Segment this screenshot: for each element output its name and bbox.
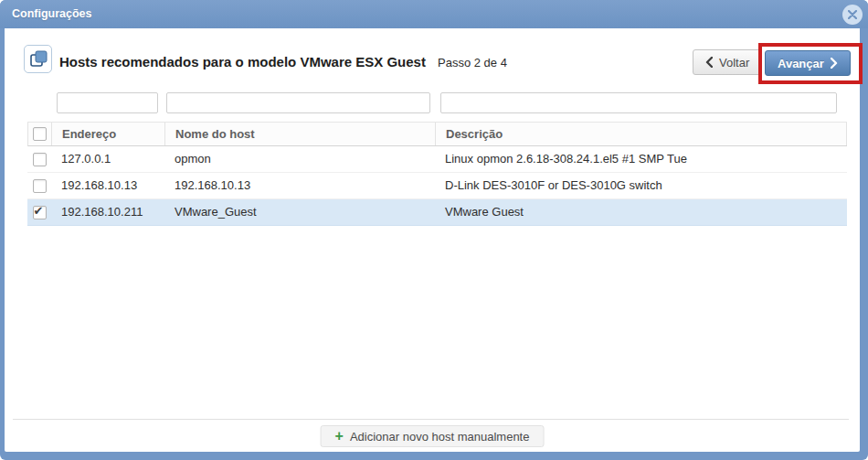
row-checkbox[interactable]	[33, 179, 47, 193]
back-button[interactable]: Voltar	[693, 49, 762, 75]
cell-endereco: 127.0.0.1	[51, 146, 164, 172]
filter-descricao-input[interactable]	[440, 92, 837, 113]
cell-nome-do-host: 192.168.10.13	[164, 173, 435, 198]
page-title: Hosts recomendados para o modelo VMware …	[59, 54, 426, 70]
row-checkbox-cell: ✔	[27, 199, 51, 225]
hosts-table: Endereço Nome do host Descrição 127.0.0.…	[27, 122, 847, 226]
stacked-pages-icon	[25, 46, 51, 72]
filter-nome-input[interactable]	[166, 92, 430, 113]
cell-descricao: Linux opmon 2.6.18-308.24.1.el5 #1 SMP T…	[435, 146, 847, 172]
chevron-right-icon	[831, 58, 838, 69]
column-header-descricao[interactable]: Descrição	[436, 123, 847, 145]
dialog-content: Hosts recomendados para o modelo VMware …	[5, 28, 860, 452]
add-host-label: Adicionar novo host manualmente	[350, 430, 530, 444]
dialog-title: Configurações	[12, 7, 92, 20]
cell-nome-do-host: opmon	[164, 146, 435, 172]
step-indicator: Passo 2 de 4	[438, 56, 507, 70]
cell-descricao: VMware Guest	[435, 199, 847, 225]
row-checkbox-checked[interactable]: ✔	[33, 206, 47, 219]
add-host-button[interactable]: + Adicionar novo host manualmente	[321, 425, 545, 447]
plus-icon: +	[335, 429, 344, 444]
row-checkbox-cell	[27, 146, 51, 172]
chevron-left-icon	[705, 57, 713, 68]
table-header-row: Endereço Nome do host Descrição	[27, 122, 847, 146]
column-header-endereco[interactable]: Endereço	[52, 123, 165, 145]
close-button[interactable]	[842, 5, 863, 25]
check-icon: ✔	[34, 204, 44, 218]
cell-endereco: 192.168.10.13	[51, 173, 164, 198]
settings-dialog: Configurações Hosts recomendados para o …	[0, 0, 868, 460]
hosts-wizard-icon	[24, 45, 52, 73]
next-button[interactable]: Avançar	[765, 50, 851, 76]
row-checkbox[interactable]	[33, 153, 47, 166]
column-header-nome-do-host[interactable]: Nome do host	[165, 123, 436, 145]
filter-endereco-input[interactable]	[57, 92, 158, 113]
table-row-192-168-10-211-selected[interactable]: ✔ 192.168.10.211 VMware_Guest VMware Gue…	[27, 199, 847, 226]
table-row-127-0-0-1[interactable]: 127.0.0.1 opmon Linux opmon 2.6.18-308.2…	[27, 146, 847, 173]
table-row-192-168-10-13[interactable]: 192.168.10.13 192.168.10.13 D-Link DES-3…	[27, 173, 847, 199]
cell-nome-do-host: VMware_Guest	[164, 199, 435, 225]
select-all-checkbox[interactable]	[33, 127, 47, 141]
row-checkbox-cell	[27, 173, 51, 198]
header-checkbox-cell	[28, 123, 52, 145]
next-button-label: Avançar	[778, 57, 824, 70]
dialog-titlebar[interactable]: Configurações	[0, 0, 868, 28]
back-button-label: Voltar	[719, 56, 749, 70]
cell-endereco: 192.168.10.211	[51, 199, 164, 225]
cell-descricao: D-Link DES-3010F or DES-3010G switch	[435, 173, 847, 198]
footer-divider	[13, 419, 849, 420]
close-icon	[848, 10, 857, 19]
